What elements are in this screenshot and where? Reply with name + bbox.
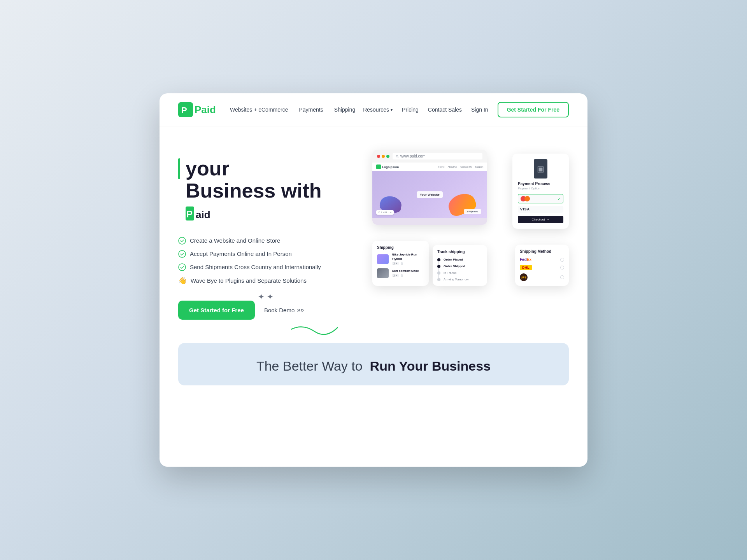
hero-cta-button[interactable]: Get Started for Free xyxy=(178,301,255,320)
nav-link-resources[interactable]: Resources xyxy=(363,107,393,113)
check-selected-icon: ✓ xyxy=(558,197,561,201)
shipping-method-card: Shipping Method FedEx DHL UPS xyxy=(515,245,569,286)
payment-card: Payment Process Payment Option ✓ VISA xyxy=(512,154,569,229)
swoosh-decoration xyxy=(291,322,338,339)
shipping-item-1: Nike Joyride Run Flyknit 2 + 🗑 xyxy=(377,253,424,265)
bottom-headline-bold: Run Your Business xyxy=(370,359,491,373)
navbar-cta-button[interactable]: Get Started For Free xyxy=(498,102,569,117)
track-step-1: Order Placed xyxy=(437,258,482,264)
step-label-4: Arriving Tomorrow xyxy=(444,278,468,281)
browser-url-bar: www.paid.com xyxy=(393,153,482,159)
check-icon-3 xyxy=(178,263,186,271)
hero-headline: your Business with P aid xyxy=(178,158,357,224)
step-dot-4 xyxy=(437,278,440,281)
mini-logo: Logoipsum xyxy=(376,164,399,169)
track-card: Track shipping Order Placed Order Shippe… xyxy=(433,245,487,286)
browser-content: Logoipsum Home About Us Contact Us Suppo… xyxy=(372,163,487,225)
hero-right: www.paid.com Logoipsum Home About Us Con… xyxy=(372,150,569,290)
dhl-logo: DHL xyxy=(520,265,532,270)
feature-item-2: Accept Payments Online and In Person xyxy=(178,250,357,258)
svg-point-6 xyxy=(179,237,186,244)
nav-link-contact[interactable]: Contact Sales xyxy=(428,107,462,113)
carrier-radio-dhl xyxy=(560,266,564,270)
nav-link-shipping[interactable]: Shipping xyxy=(334,107,356,113)
qty-badge-1: 2 + xyxy=(392,262,399,265)
step-label-2: Order Shipped xyxy=(444,264,465,268)
nav-link-payments[interactable]: Payments xyxy=(299,107,323,113)
shop-now-button: Shop now xyxy=(464,209,481,214)
track-steps: Order Placed Order Shipped In Transit xyxy=(437,258,482,281)
svg-text:aid: aid xyxy=(196,209,210,220)
carrier-dhl: DHL xyxy=(520,265,564,270)
your-website-badge: Your Website xyxy=(417,191,442,198)
step-dot-1 xyxy=(437,258,440,261)
svg-point-7 xyxy=(179,250,186,257)
item-qty-1: 2 + 🗑 xyxy=(392,262,424,265)
step-dot-3 xyxy=(437,271,440,275)
nav-link-signin[interactable]: Sign In xyxy=(471,107,488,113)
browser-card: www.paid.com Logoipsum Home About Us Con… xyxy=(372,150,487,225)
item-name-2: Soft comfort Shoe xyxy=(392,269,424,273)
hero-actions: ✦ ✦ Get Started for Free Book Demo »» xyxy=(178,301,357,320)
qty-badge-2: 2 + xyxy=(392,274,399,277)
track-step-4: Arriving Tomorrow xyxy=(437,278,482,281)
delete-icon-2: 🗑 xyxy=(400,274,403,277)
nav-link-pricing[interactable]: Pricing xyxy=(402,107,419,113)
visa-option: VISA xyxy=(518,206,563,213)
mini-navbar: Logoipsum Home About Us Contact Us Suppo… xyxy=(372,163,487,171)
ups-logo: UPS xyxy=(520,273,528,281)
item-name-1: Nike Joyride Run Flyknit xyxy=(392,253,424,261)
step-label-3: In Transit xyxy=(444,271,456,275)
shipping-card-title: Shipping xyxy=(377,245,424,250)
shipping-card: Shipping Nike Joyride Run Flyknit 2 + 🗑 xyxy=(372,241,429,286)
headline-line2: Business with P aid xyxy=(178,180,357,224)
nav-links: Websites + eCommerce Payments Shipping xyxy=(230,107,355,113)
browser-dots xyxy=(377,155,389,158)
hero-left: your Business with P aid xyxy=(178,150,357,320)
payment-device-icon xyxy=(534,159,547,178)
carrier-ups: UPS xyxy=(520,273,564,281)
app-window: P Paid Websites + eCommerce Payments Shi… xyxy=(160,93,587,467)
editor-toolbar: B Z H U ::: + xyxy=(376,210,394,215)
headline-line1: your xyxy=(178,158,357,180)
mastercard-option: ✓ xyxy=(518,194,563,203)
payment-subtitle: Payment Option xyxy=(518,187,563,190)
svg-point-9 xyxy=(396,155,398,157)
checkout-button: Checkout → xyxy=(518,216,563,223)
svg-text:P: P xyxy=(181,105,187,115)
feature-item-1: Create a Website and Online Store xyxy=(178,237,357,245)
svg-line-10 xyxy=(398,157,399,158)
payment-title: Payment Process xyxy=(518,182,563,186)
hero-section: your Business with P aid xyxy=(160,126,587,335)
dot-green xyxy=(386,155,389,158)
track-step-2: Order Shipped xyxy=(437,264,482,271)
fedex-logo: FedEx xyxy=(520,257,531,262)
navbar-right: Resources Pricing Contact Sales Sign In … xyxy=(363,102,569,117)
search-icon xyxy=(396,155,399,158)
delete-icon-1: 🗑 xyxy=(400,262,403,265)
track-title: Track shipping xyxy=(437,250,482,254)
shoe-thumb-1 xyxy=(377,254,389,264)
item-details-1: Nike Joyride Run Flyknit 2 + 🗑 xyxy=(392,253,424,265)
dot-red xyxy=(377,155,380,158)
navbar: P Paid Websites + eCommerce Payments Shi… xyxy=(160,93,587,126)
item-details-2: Soft comfort Shoe 2 + 🗑 xyxy=(392,269,424,277)
carrier-radio-ups xyxy=(560,275,564,279)
check-icon-2 xyxy=(178,250,186,258)
payment-options: ✓ VISA xyxy=(518,194,563,213)
nav-right-links: Resources Pricing Contact Sales Sign In xyxy=(363,107,488,113)
website-hero-image: Your Website Shop now B Z H U ::: + xyxy=(372,171,487,218)
logo[interactable]: P Paid xyxy=(178,102,216,117)
feature-item-4: 👋 Wave Bye to Plugins and Separate Solut… xyxy=(178,276,357,285)
step-label-1: Order Placed xyxy=(444,258,463,261)
headline-brand: P aid xyxy=(186,201,228,224)
book-demo-link[interactable]: Book Demo »» xyxy=(264,306,304,313)
feature-item-3: Send Shipments Cross Country and Interna… xyxy=(178,263,357,271)
check-icon-1 xyxy=(178,237,186,245)
shoe-thumb-2 xyxy=(377,268,389,278)
carrier-radio-fedex xyxy=(560,258,564,262)
visa-logo: VISA xyxy=(520,207,530,211)
nav-link-websites[interactable]: Websites + eCommerce xyxy=(230,107,288,113)
bottom-section: The Better Way to Run Your Business xyxy=(178,343,569,385)
carrier-fedex: FedEx xyxy=(520,257,564,262)
